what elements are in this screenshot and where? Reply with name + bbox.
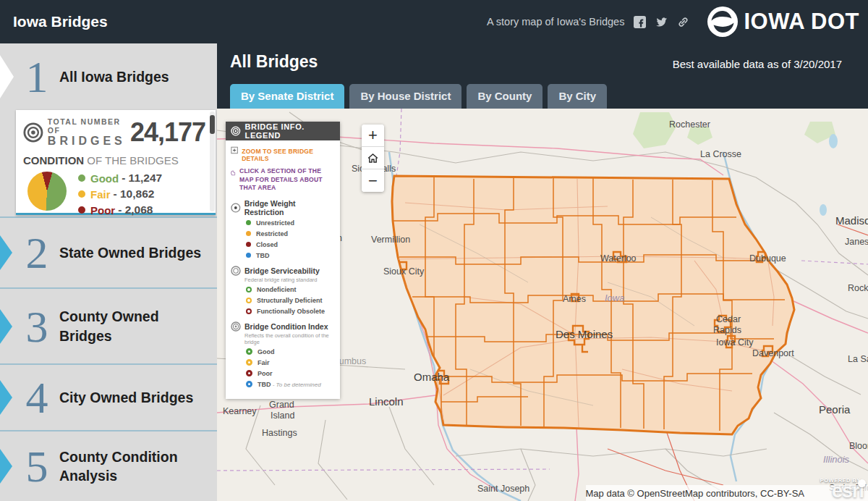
legend-item-label: TBD <box>256 252 270 259</box>
map-label-saint-joseph: Saint Joseph <box>477 484 529 494</box>
stats-header: TOTAL NUMBER OF BRIDGES 24,177 <box>23 117 205 148</box>
condition-index-icon <box>231 321 241 332</box>
zoom-out-button[interactable]: − <box>362 169 384 192</box>
map-label-kearney: Kearney <box>223 406 257 416</box>
map-label-vermillion: Vermillion <box>371 235 410 245</box>
functionally-obsolete-marker-icon <box>246 308 252 314</box>
page-title: All Bridges <box>230 52 318 72</box>
condition-pie-legend: Good- 11,247Fair- 10,862Poor- 2,068 <box>78 170 162 218</box>
good-marker-icon <box>246 348 252 355</box>
legend-header: BRIDGE INFO. LEGEND <box>226 122 340 140</box>
condition-title: CONDITION OF THE BRIDGES <box>23 154 205 167</box>
legend-item-fair: Fair <box>246 359 335 366</box>
condition-pie-chart <box>27 172 67 211</box>
home-button[interactable] <box>362 147 384 169</box>
map-attribution[interactable]: Map data © OpenStreetMap contributors, C… <box>586 485 868 501</box>
legend-item-label: Unrestricted <box>256 219 294 227</box>
sidebar-item-all-iowa-bridges[interactable]: 1All Iowa Bridges <box>0 43 217 110</box>
map-label-janesville: Janesville <box>845 237 868 247</box>
legend-item-functionally-obsolete: Functionally Obsolete <box>246 308 335 315</box>
legend-group-subtitle: Federal bridge rating standard <box>244 277 335 283</box>
legend-group-subtitle: Reflects the overall condition of the br… <box>244 332 335 345</box>
section-label: All Iowa Bridges <box>59 67 179 86</box>
condition-row: Good- 11,247Fair- 10,862Poor- 2,068 <box>23 170 205 218</box>
story-subtitle: A story map of Iowa's Bridges <box>487 16 625 28</box>
map-label-des-moines: Des Moines <box>556 328 613 340</box>
section-arrow-icon <box>0 55 14 98</box>
total-label-line1: TOTAL NUMBER OF <box>48 117 130 135</box>
legend-item-restricted: Restricted <box>246 230 335 237</box>
facebook-icon[interactable] <box>634 16 646 28</box>
bridge-info-legend-panel: BRIDGE INFO. LEGEND ZOOM TO SEE BRIDGE D… <box>226 122 340 399</box>
closed-marker-icon <box>246 242 251 247</box>
pie-legend-row-good: Good- 11,247 <box>78 170 162 186</box>
map-label-peoria: Peoria <box>819 403 851 416</box>
pie-category-label: Good <box>90 172 119 185</box>
total-labels: TOTAL NUMBER OF BRIDGES <box>48 117 130 148</box>
legend-groups: Bridge Weight RestrictionUnrestrictedRes… <box>231 199 335 388</box>
legend-group-bridge-weight-restriction: Bridge Weight RestrictionUnrestrictedRes… <box>231 199 335 259</box>
section-arrow-icon <box>0 449 12 484</box>
tab-by-house-district[interactable]: By House District <box>349 84 461 109</box>
section-arrow-icon <box>0 309 12 344</box>
section-number: 1 <box>20 54 54 99</box>
legend-item-label: Fair <box>258 359 270 366</box>
link-icon[interactable] <box>677 16 689 28</box>
section-label: County Owned Bridges <box>59 307 217 345</box>
sidebar-item-county-owned-bridges[interactable]: 3County Owned Bridges <box>0 287 217 363</box>
map-label-rapids: Rapids <box>713 325 741 335</box>
legend-item-label: Restricted <box>256 230 288 237</box>
bullseye-icon <box>23 122 43 143</box>
card-scrollbar <box>210 111 215 211</box>
attribution-text: Map data © OpenStreetMap contributors, C… <box>586 488 804 499</box>
map-label-illinois: Illinois <box>823 454 850 465</box>
legend-item-label: Functionally Obsolete <box>257 308 325 315</box>
map-label-davenport: Davenport <box>752 348 794 358</box>
map-label-grand: Grand <box>269 400 294 410</box>
card-scrollbar-thumb[interactable] <box>210 115 215 134</box>
iowa-dot-swoosh-icon <box>706 5 739 38</box>
legend-item-closed: Closed <box>246 241 335 248</box>
condition-title-bold: CONDITION <box>23 154 84 167</box>
map-label-madison: Madison <box>835 214 868 227</box>
map-zoom-controls: + − <box>362 125 384 192</box>
zoom-box-icon <box>231 146 238 154</box>
legend-bullseye-icon <box>231 126 241 136</box>
sidebar-item-state-owned-bridges[interactable]: 2State Owned Bridges <box>0 216 217 287</box>
section-arrow-icon <box>0 235 12 270</box>
click-note-row: CLICK A SECTION OF THE MAP FOR DETAILS A… <box>231 167 335 193</box>
map-label-island: Island <box>271 411 294 421</box>
legend-item-poor: Poor <box>246 370 335 377</box>
legend-body: ZOOM TO SEE BRIDGE DETAILS CLICK A SECTI… <box>226 140 340 399</box>
map-label-cedar: Cedar <box>716 314 741 324</box>
section-number: 2 <box>20 230 54 275</box>
legend-item-nondeficient: Nondeficient <box>246 286 335 293</box>
tab-by-senate-district[interactable]: By Senate District <box>230 84 344 109</box>
tab-by-city[interactable]: By City <box>548 84 607 109</box>
pie-category-label: Fair <box>90 188 111 201</box>
twitter-icon[interactable] <box>655 16 668 28</box>
map-section-icon <box>231 167 236 179</box>
serviceability-icon <box>231 266 241 276</box>
legend-item-structurally-deficient: Structurally Deficient <box>246 297 335 304</box>
restricted-marker-icon <box>246 231 251 236</box>
zoom-in-button[interactable]: + <box>362 125 384 147</box>
tab-by-county[interactable]: By County <box>467 84 542 109</box>
legend-item-tbd: TBD <box>246 252 335 259</box>
map-label-la-crosse: La Crosse <box>700 149 741 159</box>
sidebar-item-city-owned-bridges[interactable]: 4City Owned Bridges <box>0 363 217 430</box>
tab-bar: By Senate DistrictBy House DistrictBy Co… <box>230 84 607 109</box>
sidebar-item-county-condition-analysis[interactable]: 5County Condition Analysis <box>0 430 217 501</box>
map-label-dubuque: Dubuque <box>749 253 786 264</box>
legend-item-label: Structurally Deficient <box>257 297 323 304</box>
map-label-omaha: Omaha <box>414 371 450 383</box>
map-label-lincoln: Lincoln <box>369 395 404 408</box>
tbd-marker-icon <box>246 253 251 258</box>
map-label-rockford: Rockford <box>848 283 868 293</box>
map-label-iowa-city: Iowa City <box>716 337 754 348</box>
map-canvas[interactable]: RochesterLa CrosseMadisonSioux FallsYank… <box>217 109 868 501</box>
legend-item-good: Good <box>246 348 335 355</box>
legend-item-tbd: TBD - To be determined <box>246 381 335 388</box>
good-ring-icon <box>78 174 85 182</box>
iowa-dot-logo[interactable]: IOWA DOT <box>706 5 859 38</box>
